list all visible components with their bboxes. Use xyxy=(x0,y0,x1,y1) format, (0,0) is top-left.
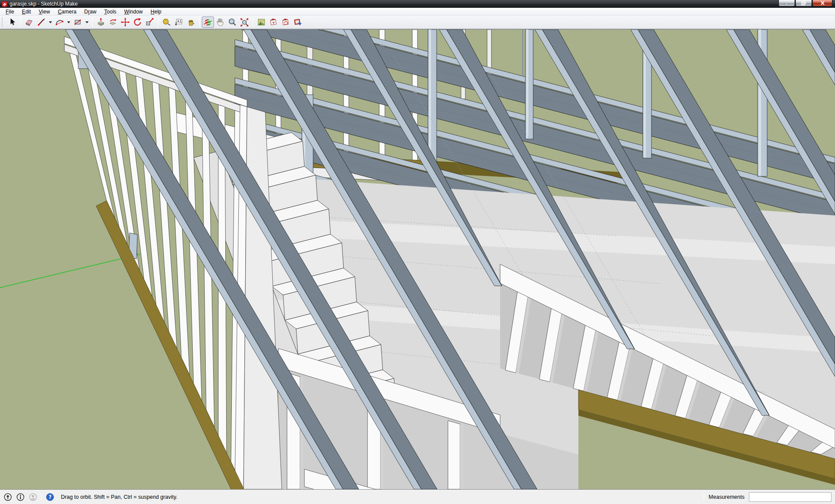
menu-help[interactable]: Help xyxy=(147,8,165,15)
add-location-button[interactable] xyxy=(255,17,267,28)
share-model-icon xyxy=(281,17,291,27)
pencil-icon xyxy=(37,17,46,27)
move-icon xyxy=(120,17,130,27)
window-controls xyxy=(778,0,832,7)
minimize-icon xyxy=(784,1,789,5)
sign-in-icon[interactable] xyxy=(29,493,37,501)
menubar: File Edit View Camera Draw Tools Window … xyxy=(0,8,835,16)
statusbar-separator xyxy=(41,494,42,501)
getting-started-toolbar: A1 xyxy=(0,16,835,29)
rectangle-icon xyxy=(73,17,83,27)
toolbar-separator xyxy=(253,17,253,27)
arc-tool-button[interactable] xyxy=(53,17,66,28)
menu-camera[interactable]: Camera xyxy=(54,8,80,15)
measurements-label: Measurements xyxy=(708,494,745,500)
menu-file[interactable]: File xyxy=(2,8,18,15)
restore-button[interactable] xyxy=(795,0,812,7)
text-icon: A1 xyxy=(174,17,184,27)
rectangle-tool-button[interactable] xyxy=(72,17,84,28)
measurements-input[interactable] xyxy=(749,492,832,502)
pan-hand-icon xyxy=(215,17,225,27)
eraser-icon xyxy=(24,17,34,27)
menu-edit[interactable]: Edit xyxy=(18,8,35,15)
select-arrow-icon xyxy=(7,17,17,27)
menu-draw[interactable]: Draw xyxy=(80,8,100,15)
follow-me-icon xyxy=(108,17,118,27)
chevron-down-icon xyxy=(85,20,89,24)
measurements-area: Measurements xyxy=(704,492,832,502)
follow-me-tool-button[interactable] xyxy=(107,17,119,28)
rotate-icon xyxy=(133,17,142,27)
push-pull-tool-button[interactable] xyxy=(95,17,107,28)
toolbar-separator xyxy=(20,17,21,27)
eraser-tool-button[interactable] xyxy=(23,17,35,28)
toolbar-separator xyxy=(199,17,200,27)
restore-icon xyxy=(801,1,806,6)
geolocation-status-icon[interactable] xyxy=(3,493,12,501)
get-models-icon xyxy=(269,17,278,27)
rectangle-tool-dropdown[interactable] xyxy=(84,17,90,28)
sketchup-logo-icon xyxy=(2,1,7,7)
status-message: Drag to orbit. Shift = Pan, Ctrl = suspe… xyxy=(61,494,177,500)
minimize-button[interactable] xyxy=(778,0,795,7)
menu-tools[interactable]: Tools xyxy=(100,8,120,15)
tape-measure-tool-button[interactable] xyxy=(160,17,173,28)
zoom-magnifier-icon xyxy=(227,17,237,27)
toolbar-separator xyxy=(92,17,93,27)
help-icon[interactable]: ? xyxy=(46,493,54,501)
share-model-button[interactable] xyxy=(280,17,292,28)
extension-warehouse-button[interactable] xyxy=(292,17,304,28)
orbit-icon xyxy=(203,17,213,27)
pan-tool-button[interactable] xyxy=(214,17,226,28)
svg-text:?: ? xyxy=(49,494,52,500)
paint-bucket-tool-button[interactable] xyxy=(185,17,197,28)
model-scene xyxy=(0,30,835,489)
paint-bucket-icon xyxy=(186,17,196,27)
zoom-extents-icon xyxy=(240,17,249,27)
close-button[interactable] xyxy=(812,0,832,7)
titlebar[interactable]: garasje.skp - SketchUp Make xyxy=(0,0,835,8)
zoom-extents-tool-button[interactable] xyxy=(238,17,250,28)
window-title: garasje.skp - SketchUp Make xyxy=(10,1,78,7)
zoom-tool-button[interactable] xyxy=(226,17,238,28)
rotate-tool-button[interactable] xyxy=(131,17,144,28)
menu-view[interactable]: View xyxy=(35,8,54,15)
toolbar-separator xyxy=(158,17,158,27)
add-location-map-icon xyxy=(257,17,266,27)
extension-warehouse-icon xyxy=(293,17,303,27)
viewport-3d-canvas[interactable] xyxy=(0,29,835,490)
arc-icon xyxy=(55,17,64,27)
close-icon xyxy=(820,1,825,5)
toolbar-grip[interactable] xyxy=(2,17,4,27)
get-models-button[interactable] xyxy=(267,17,280,28)
chevron-down-icon xyxy=(48,20,53,24)
tape-measure-icon xyxy=(162,17,171,27)
select-tool-button[interactable] xyxy=(6,17,18,28)
move-tool-button[interactable] xyxy=(119,17,131,28)
chevron-down-icon xyxy=(67,20,71,24)
svg-text:A1: A1 xyxy=(177,20,181,23)
scale-tool-button[interactable] xyxy=(144,17,156,28)
orbit-tool-button[interactable] xyxy=(202,17,214,28)
push-pull-icon xyxy=(96,17,106,27)
menu-window[interactable]: Window xyxy=(120,8,147,15)
line-tool-button[interactable] xyxy=(35,17,47,28)
statusbar-separator xyxy=(704,494,704,501)
line-tool-dropdown[interactable] xyxy=(47,17,53,28)
credits-info-icon[interactable] xyxy=(16,493,25,501)
text-tool-button[interactable]: A1 xyxy=(173,17,185,28)
sketchup-window: garasje.skp - SketchUp Make File Edit Vi… xyxy=(0,0,835,504)
statusbar: ? Drag to orbit. Shift = Pan, Ctrl = sus… xyxy=(0,490,835,504)
scale-icon xyxy=(145,17,154,27)
arc-tool-dropdown[interactable] xyxy=(66,17,72,28)
